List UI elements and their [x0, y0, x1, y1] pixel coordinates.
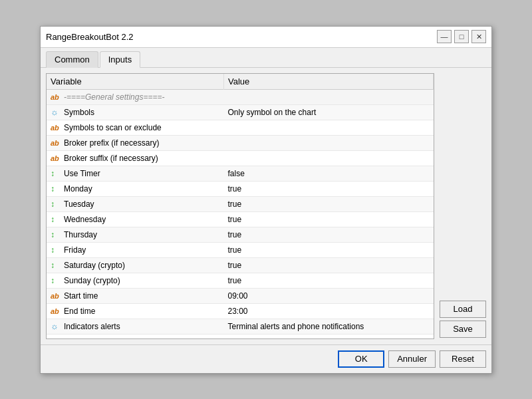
value-cell: true: [224, 257, 434, 273]
variable-label: Symbols to scan or exclude: [64, 123, 162, 132]
value-cell: 09:00: [224, 288, 434, 303]
table-row[interactable]: ↕Saturday (crypto)true: [47, 257, 434, 273]
table-row[interactable]: ↕Thursdaytrue: [47, 227, 434, 242]
variable-label: Broker suffix (if necessary): [64, 154, 158, 163]
ab-icon: ab: [51, 139, 61, 147]
value-cell: true: [224, 227, 434, 242]
value-cell: true: [224, 196, 434, 211]
table-row[interactable]: abEnd time23:00: [47, 303, 434, 319]
save-button[interactable]: Save: [440, 321, 486, 338]
variable-label: Trading alerts: [64, 337, 112, 339]
ab-icon: ab: [51, 154, 61, 162]
tab-common[interactable]: Common: [46, 51, 98, 68]
load-button[interactable]: Load: [440, 301, 486, 318]
cancel-button[interactable]: Annuler: [388, 350, 436, 368]
variable-label: Indicators alerts: [64, 322, 120, 331]
value-cell: [224, 89, 434, 104]
separator-icon: ab: [51, 93, 61, 101]
variable-label: Symbols: [64, 108, 94, 117]
table-row[interactable]: ↕Wednesdaytrue: [47, 211, 434, 227]
variable-label: Use Timer: [64, 169, 100, 178]
variable-label: -====General settings====-: [64, 92, 164, 102]
footer: OK Annuler Reset: [41, 344, 491, 373]
table-row[interactable]: ☼Indicators alertsTerminal alerts and ph…: [47, 319, 434, 334]
table-row[interactable]: abBroker suffix (if necessary): [47, 150, 434, 166]
ab-icon: ab: [51, 307, 61, 315]
globe-icon: ☼: [51, 321, 61, 331]
table-row[interactable]: ab-====General settings====-: [47, 89, 434, 104]
arrow-icon: ↕: [51, 276, 61, 285]
value-cell: true: [224, 273, 434, 288]
table-row[interactable]: ↕Sunday (crypto)true: [47, 273, 434, 288]
variable-label: End time: [64, 307, 95, 316]
value-cell: Terminal alerts and phone notifications: [224, 319, 434, 334]
ab-icon: ab: [51, 124, 61, 132]
globe-icon: ☼: [51, 107, 61, 117]
tab-bar: Common Inputs: [41, 48, 491, 68]
title-bar: RangeBreakoutBot 2.2 — □ ✕: [41, 27, 491, 48]
col-variable: Variable: [47, 74, 224, 90]
variable-label: Sunday (crypto): [64, 276, 120, 285]
globe-icon: ☼: [51, 336, 61, 339]
content-area: Variable Value ab-====General settings==…: [41, 68, 491, 344]
variable-label: Tuesday: [64, 200, 94, 209]
value-cell: [224, 135, 434, 150]
window-controls: — □ ✕: [437, 30, 486, 43]
table-row[interactable]: abSymbols to scan or exclude: [47, 120, 434, 135]
side-buttons: Load Save: [440, 73, 486, 339]
variable-label: Wednesday: [64, 215, 106, 224]
close-button[interactable]: ✕: [471, 30, 486, 43]
value-cell: true: [224, 181, 434, 196]
table-row[interactable]: abStart time09:00: [47, 288, 434, 303]
window-title: RangeBreakoutBot 2.2: [46, 32, 134, 42]
table-row[interactable]: ☼SymbolsOnly symbol on the chart: [47, 104, 434, 120]
main-window: RangeBreakoutBot 2.2 — □ ✕ Common Inputs…: [40, 26, 492, 374]
ab-icon: ab: [51, 292, 61, 300]
value-cell: [224, 120, 434, 135]
variables-table: Variable Value ab-====General settings==…: [47, 74, 434, 339]
maximize-button[interactable]: □: [454, 30, 469, 43]
ok-button[interactable]: OK: [338, 350, 384, 368]
table-row[interactable]: ↕Mondaytrue: [47, 181, 434, 196]
value-cell: true: [224, 211, 434, 227]
col-value: Value: [224, 74, 434, 90]
value-cell: Terminal alerts and phone notifications: [224, 334, 434, 339]
variable-label: Monday: [64, 184, 92, 194]
value-cell: 23:00: [224, 303, 434, 319]
table-row[interactable]: ↕Tuesdaytrue: [47, 196, 434, 211]
value-cell: Only symbol on the chart: [224, 104, 434, 120]
arrow-icon: ↕: [51, 230, 61, 239]
variable-label: Start time: [64, 291, 98, 301]
arrow-icon: ↕: [51, 245, 61, 255]
table-row[interactable]: ↕Use Timerfalse: [47, 166, 434, 181]
table-row[interactable]: ☼Trading alertsTerminal alerts and phone…: [47, 334, 434, 339]
arrow-icon: ↕: [51, 261, 61, 270]
variable-label: Thursday: [64, 230, 97, 239]
value-cell: false: [224, 166, 434, 181]
arrow-icon: ↕: [51, 169, 61, 178]
variable-label: Saturday (crypto): [64, 261, 125, 270]
table-row[interactable]: ↕Fridaytrue: [47, 242, 434, 257]
arrow-icon: ↕: [51, 184, 61, 194]
arrow-icon: ↕: [51, 215, 61, 224]
minimize-button[interactable]: —: [437, 30, 452, 43]
value-cell: true: [224, 242, 434, 257]
table-row[interactable]: abBroker prefix (if necessary): [47, 135, 434, 150]
tab-inputs[interactable]: Inputs: [100, 51, 140, 68]
variables-table-container[interactable]: Variable Value ab-====General settings==…: [46, 73, 434, 339]
reset-button[interactable]: Reset: [440, 350, 486, 368]
arrow-icon: ↕: [51, 200, 61, 209]
value-cell: [224, 150, 434, 166]
variable-label: Broker prefix (if necessary): [64, 138, 159, 148]
variable-label: Friday: [64, 245, 86, 255]
